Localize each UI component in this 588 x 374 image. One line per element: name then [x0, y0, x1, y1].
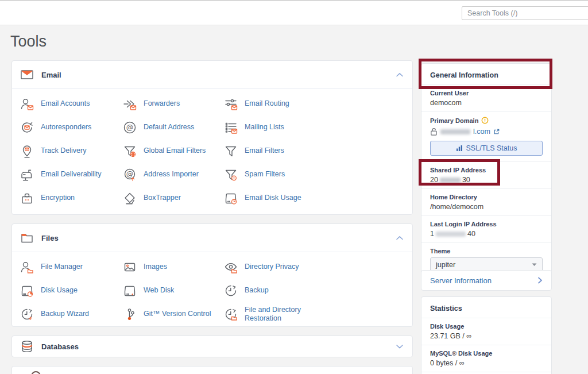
tool-item-web-disk[interactable]: Web Disk — [122, 279, 223, 302]
section-label-files: Files — [41, 234, 59, 242]
chevron-down-icon[interactable] — [395, 342, 404, 350]
tool-item-autoresponders[interactable]: Autoresponders — [20, 115, 122, 139]
tool-item-label: Disk Usage — [41, 286, 78, 295]
tool-item-track-delivery[interactable]: Track Delivery — [20, 139, 122, 163]
git-version-control-icon — [122, 307, 138, 322]
databases-section-icon — [20, 340, 34, 353]
server-information-link[interactable]: Server Information — [421, 270, 552, 291]
spam-filters-icon — [223, 167, 239, 182]
backup-wizard-icon — [20, 307, 35, 322]
tool-item-images[interactable]: Images — [122, 255, 223, 279]
tool-item-label: Email Routing — [245, 99, 289, 108]
tool-item-email-routing[interactable]: Email Routing — [223, 92, 412, 115]
email-routing-icon — [223, 97, 239, 111]
primary-domain-value[interactable]: l.com — [473, 128, 490, 136]
warning-circle-icon[interactable] — [481, 117, 489, 124]
track-delivery-icon — [20, 144, 35, 159]
tool-item-label: Backup — [245, 286, 269, 295]
tool-item-email-filters[interactable]: Email Filters — [223, 139, 412, 163]
tool-item-global-email-filters[interactable]: Global Email Filters — [122, 139, 223, 163]
tool-item-label: Address Importer — [144, 170, 199, 179]
tool-item-git-version-control[interactable]: Git™ Version Control — [122, 302, 223, 326]
section-label-databases: Databases — [41, 342, 79, 351]
images-icon — [122, 260, 138, 275]
section-items-files: File ManagerImagesDirectory PrivacyDisk … — [12, 252, 412, 326]
next-section-partial-icon — [31, 371, 41, 374]
section-header-email[interactable]: Email — [12, 61, 412, 89]
mysql-disk-usage-stat: MySQL® Disk Usage 0 bytes / ∞ — [421, 345, 551, 372]
web-disk-icon — [122, 283, 138, 298]
theme-label: Theme — [430, 248, 543, 255]
tool-item-label: Global Email Filters — [144, 146, 206, 155]
current-user-label: Current User — [430, 90, 543, 97]
tool-item-encryption[interactable]: Encryption — [20, 186, 122, 210]
section-header-databases[interactable]: Databases — [12, 336, 412, 357]
tool-item-label: Email Accounts — [41, 99, 90, 108]
backup-icon — [223, 283, 239, 298]
primary-domain-field: Primary Domain l.com SSL/TLS Status — [421, 111, 551, 161]
tool-item-address-importer[interactable]: @Address Importer — [122, 163, 223, 186]
current-user-field: Current User democom — [421, 84, 551, 111]
section-card-partial — [11, 366, 413, 374]
shared-ip-label: Shared IP Address — [430, 167, 543, 173]
tool-item-email-deliverability[interactable]: Email Deliverability — [20, 163, 122, 186]
ssl-tls-status-button[interactable]: SSL/TLS Status — [430, 141, 543, 156]
tool-item-file-manager[interactable]: File Manager — [20, 255, 122, 279]
tool-item-backup[interactable]: Backup — [223, 279, 412, 302]
tool-item-default-address[interactable]: @Default Address — [122, 115, 223, 139]
tool-item-email-disk-usage[interactable]: Email Disk Usage — [223, 186, 412, 210]
section-items-email: Email AccountsForwardersEmail RoutingAut… — [12, 89, 412, 210]
tool-item-backup-wizard[interactable]: Backup Wizard — [20, 302, 122, 326]
mailing-lists-icon — [223, 120, 239, 135]
tool-item-email-accounts[interactable]: Email Accounts — [20, 92, 122, 115]
section-card-files: FilesFile ManagerImagesDirectory Privacy… — [11, 223, 413, 327]
files-section-icon — [20, 231, 34, 245]
chevron-up-icon[interactable] — [395, 234, 404, 242]
address-importer-icon: @ — [122, 167, 138, 182]
tool-item-label: Spam Filters — [245, 170, 285, 179]
chevron-up-icon[interactable] — [395, 71, 404, 79]
tool-item-label: Email Deliverability — [41, 170, 102, 179]
tool-item-label: Email Disk Usage — [245, 194, 301, 202]
bar-chart-icon — [456, 145, 463, 152]
last-login-ip-label: Last Login IP Address — [430, 221, 543, 228]
shared-ip-address-field: Shared IP Address 2030 — [421, 161, 551, 188]
lock-open-icon — [430, 128, 438, 136]
page-title: Tools — [10, 33, 47, 51]
tool-item-label: Directory Privacy — [245, 263, 299, 271]
email-accounts-icon — [20, 97, 35, 111]
statistics-title: Statistics — [421, 297, 551, 318]
tool-item-mailing-lists[interactable]: Mailing Lists — [223, 115, 412, 139]
last-login-ip-value: 140 — [430, 230, 543, 238]
tool-item-label: Mailing Lists — [245, 123, 284, 132]
tool-item-label: Autoresponders — [41, 123, 91, 132]
tool-item-file-and-directory-restoration[interactable]: File and Directory Restoration — [223, 302, 412, 326]
server-information-label: Server Information — [430, 276, 492, 285]
shared-ip-value: 2030 — [430, 176, 543, 184]
tool-item-directory-privacy[interactable]: Directory Privacy — [223, 255, 412, 279]
home-directory-label: Home Directory — [430, 194, 543, 201]
tool-item-label: File Manager — [41, 263, 83, 271]
tool-item-forwarders[interactable]: Forwarders — [122, 92, 223, 115]
external-link-icon[interactable] — [493, 128, 500, 135]
last-login-ip-field: Last Login IP Address 140 — [421, 215, 551, 242]
encryption-icon — [20, 191, 35, 206]
general-information-title: General Information — [421, 64, 551, 84]
section-header-files[interactable]: Files — [12, 224, 412, 252]
tool-item-label: Forwarders — [144, 99, 180, 108]
section-label-email: Email — [41, 71, 61, 79]
tool-item-label: Git™ Version Control — [144, 310, 211, 318]
theme-selected-value: jupiter — [436, 261, 455, 269]
directory-privacy-icon — [223, 260, 239, 275]
file-manager-icon — [20, 260, 35, 275]
email-section-icon — [20, 68, 34, 82]
tool-item-disk-usage[interactable]: Disk Usage — [20, 279, 122, 302]
svg-text:@: @ — [126, 123, 134, 132]
email-deliverability-icon — [20, 167, 35, 182]
search-input[interactable] — [462, 6, 588, 20]
tool-item-spam-filters[interactable]: Spam Filters — [223, 163, 412, 186]
forwarders-icon — [122, 97, 138, 111]
email-filters-icon — [223, 144, 239, 159]
tool-item-boxtrapper[interactable]: BoxTrapper — [122, 186, 223, 210]
tool-item-label: Images — [144, 263, 167, 271]
